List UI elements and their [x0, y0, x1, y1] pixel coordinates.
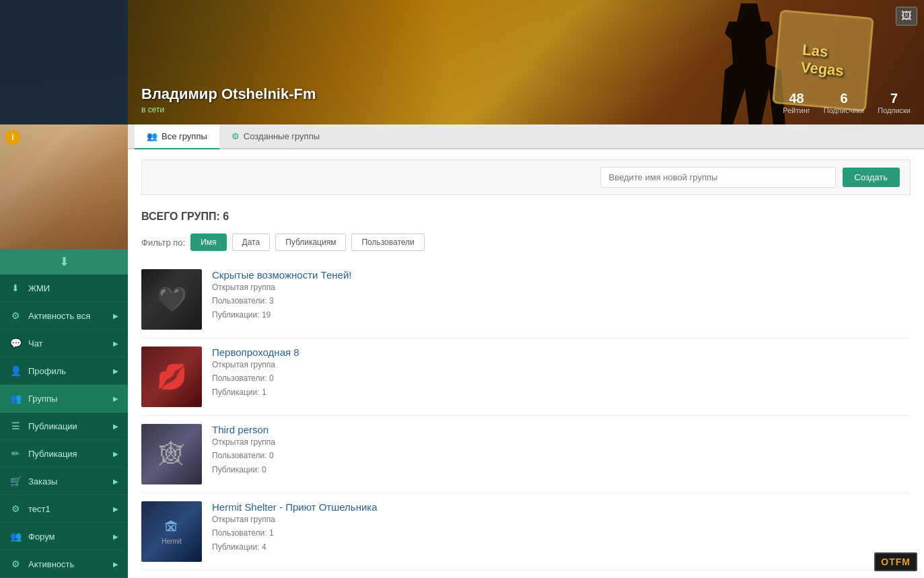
sidebar-item-activity-left: ⚙ Активность	[9, 558, 74, 570]
sidebar-item-groups[interactable]: 👥 Группы ▶	[0, 385, 128, 412]
page-wrapper: LasVegas Владимир Otshelnik-Fm в сети 48…	[0, 0, 924, 578]
group-pubs-3: Публикации: 0	[212, 463, 911, 476]
avatar-area: i	[0, 124, 128, 249]
sidebar-item-publications[interactable]: ☰ Публикации ▶	[0, 412, 128, 440]
banner-image-icon[interactable]	[896, 7, 917, 26]
gear-icon-3: ⚙	[9, 558, 22, 570]
group-info-1: Скрытые возможности Теней! Открытая груп…	[212, 269, 911, 330]
banner-stat-rating: 48 Рейтинг	[783, 91, 810, 114]
group-name-4[interactable]: Hermit Shelter - Приют Отшельника	[212, 501, 378, 513]
main-layout: i ⬇ ЖМИ ⚙ Активность вся ▶	[0, 124, 924, 578]
banner-stat-following-num: 7	[878, 91, 911, 106]
sidebar-item-test1[interactable]: ⚙ тест1 ▶	[0, 495, 128, 523]
banner-user-info: Владимир Otshelnik-Fm в сети	[141, 85, 316, 114]
gear-icon-1: ⚙	[9, 310, 22, 322]
banner-username: Владимир Otshelnik-Fm	[141, 85, 316, 103]
otfm-text: O	[881, 556, 889, 567]
group-name-1[interactable]: Скрытые возможности Теней!	[212, 269, 351, 281]
search-create-row: Создать	[141, 159, 911, 195]
group-name-2[interactable]: Первопроходная 8	[212, 347, 299, 358]
banner-stats: 48 Рейтинг 6 Подписчики 7 Подписки	[783, 91, 911, 114]
group-thumb-3: 🕸	[141, 424, 202, 484]
sidebar-item-zhmi-label: ЖМИ	[28, 283, 50, 293]
banner-stat-rating-num: 48	[783, 91, 810, 106]
sidebar-arrow-7: ▶	[113, 478, 118, 485]
sidebar-arrow-3: ▶	[113, 367, 118, 375]
search-input[interactable]	[600, 167, 836, 188]
sidebar-nav: ⬇ ЖМИ ⚙ Активность вся ▶ 💬 Чат	[0, 275, 128, 578]
group-users-3: Пользователи: 0	[212, 449, 911, 462]
group-users-4: Пользователи: 1	[212, 526, 911, 540]
created-tab-icon: ⚙	[232, 131, 240, 141]
sidebar-item-profile[interactable]: 👤 Профиль ▶	[0, 357, 128, 385]
sidebar: i ⬇ ЖМИ ⚙ Активность вся ▶	[0, 124, 128, 578]
filter-row: Фильтр по: Имя Дата Публикациям Пользова…	[141, 233, 911, 251]
group-users-2: Пользователи: 0	[212, 371, 911, 385]
group-name-3[interactable]: Third person	[212, 424, 269, 435]
sidebar-item-activity[interactable]: ⚙ Активность ▶	[0, 550, 128, 578]
groups-count: ВСЕГО ГРУПП: 6	[141, 205, 911, 228]
groups-icon: 👥	[9, 392, 22, 404]
list-item: 🏚 Hermit Hermit Shelter - Приют Отшельни…	[141, 493, 911, 571]
sidebar-item-orders[interactable]: 🛒 Заказы ▶	[0, 468, 128, 495]
group-pubs-4: Публикации: 4	[212, 540, 911, 554]
banner-stat-subscribers: 6 Подписчики	[824, 91, 865, 114]
sidebar-item-orders-left: 🛒 Заказы	[9, 475, 57, 487]
tab-created-groups[interactable]: ⚙ Созданные группы	[219, 124, 332, 149]
sidebar-item-orders-label: Заказы	[28, 476, 57, 486]
group-meta-1: Открытая группа Пользователи: 3 Публикац…	[212, 281, 911, 322]
cart-icon: 🛒	[9, 475, 22, 487]
edit-icon: ✏	[9, 447, 22, 460]
profile-icon: 👤	[9, 365, 22, 377]
avatar-badge[interactable]: i	[5, 130, 20, 145]
tab-created-groups-label: Созданные группы	[244, 131, 320, 141]
filter-btn-date[interactable]: Дата	[232, 233, 271, 251]
group-info-2: Первопроходная 8 Открытая группа Пользов…	[212, 347, 911, 407]
sidebar-item-chat[interactable]: 💬 Чат ▶	[0, 330, 128, 357]
sidebar-arrow-6: ▶	[113, 450, 118, 458]
group-meta-4: Открытая группа Пользователи: 1 Публикац…	[212, 513, 911, 554]
groups-area: Создать ВСЕГО ГРУПП: 6 Фильтр по: Имя Да…	[128, 149, 924, 578]
filter-label: Фильтр по:	[141, 238, 185, 248]
group-type-1: Открытая группа	[212, 281, 911, 294]
tabs-bar: 👥 Все группы ⚙ Созданные группы	[128, 124, 924, 149]
group-thumb-1: 🖤	[141, 269, 202, 330]
sidebar-item-publications-left: ☰ Публикации	[9, 420, 77, 432]
sidebar-item-activity-all[interactable]: ⚙ Активность вся ▶	[0, 302, 128, 330]
group-info-4: Hermit Shelter - Приют Отшельника Открыт…	[212, 501, 911, 562]
tab-all-groups-label: Все группы	[162, 131, 207, 141]
sidebar-item-publication-label: Публикация	[28, 449, 77, 459]
groups-list: 🖤 Скрытые возможности Теней! Открытая гр…	[141, 261, 911, 571]
avatar-image	[0, 124, 128, 249]
sidebar-item-zhmi[interactable]: ⬇ ЖМИ	[0, 275, 128, 302]
sidebar-download-button[interactable]	[0, 249, 128, 275]
download-icon: ⬇	[9, 282, 22, 294]
group-thumb-4: 🏚 Hermit	[141, 501, 202, 562]
tab-all-groups[interactable]: 👥 Все группы	[135, 124, 219, 149]
otfm-logo: OTFM	[874, 552, 917, 571]
list-item: 🖤 Скрытые возможности Теней! Открытая гр…	[141, 261, 911, 338]
filter-btn-publications[interactable]: Публикациям	[275, 233, 346, 251]
filter-btn-name[interactable]: Имя	[190, 233, 226, 251]
sidebar-item-forum-label: Форум	[28, 532, 55, 542]
otfm-highlight: TFM	[889, 556, 911, 567]
list-item: 🕸 Third person Открытая группа Пользоват…	[141, 416, 911, 493]
sidebar-item-publication[interactable]: ✏ Публикация ▶	[0, 440, 128, 468]
sidebar-item-activity-label: Активность	[28, 559, 74, 569]
create-button[interactable]: Создать	[843, 168, 900, 187]
filter-btn-users[interactable]: Пользователи	[351, 233, 424, 251]
sidebar-arrow-5: ▶	[113, 423, 118, 430]
sidebar-item-forum[interactable]: 👥 Форум ▶	[0, 523, 128, 550]
main-content: 👥 Все группы ⚙ Созданные группы Создать …	[128, 124, 924, 578]
sidebar-arrow-4: ▶	[113, 395, 118, 402]
gear-icon-2: ⚙	[9, 503, 22, 515]
sidebar-item-activity-all-left: ⚙ Активность вся	[9, 310, 90, 322]
group-meta-2: Открытая группа Пользователи: 0 Публикац…	[212, 358, 911, 399]
sidebar-item-test1-left: ⚙ тест1	[9, 503, 50, 515]
group-type-4: Открытая группа	[212, 513, 911, 526]
sidebar-item-chat-label: Чат	[28, 338, 43, 349]
chat-icon: 💬	[9, 337, 22, 349]
group-type-2: Открытая группа	[212, 358, 911, 371]
sidebar-item-activity-all-label: Активность вся	[28, 311, 90, 321]
sidebar-item-profile-label: Профиль	[28, 366, 66, 376]
